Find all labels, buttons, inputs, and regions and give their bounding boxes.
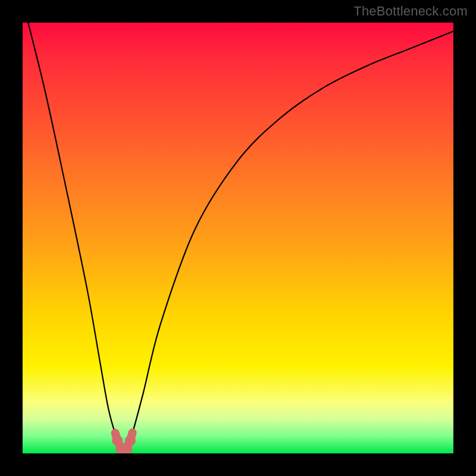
watermark-label: TheBottleneck.com xyxy=(353,4,468,19)
curve-line xyxy=(23,23,453,450)
chart-svg xyxy=(23,23,453,453)
plot-area xyxy=(23,23,453,453)
chart-frame: TheBottleneck.com xyxy=(0,0,476,476)
bottleneck-curve xyxy=(23,23,453,450)
marker-dot xyxy=(125,435,136,446)
